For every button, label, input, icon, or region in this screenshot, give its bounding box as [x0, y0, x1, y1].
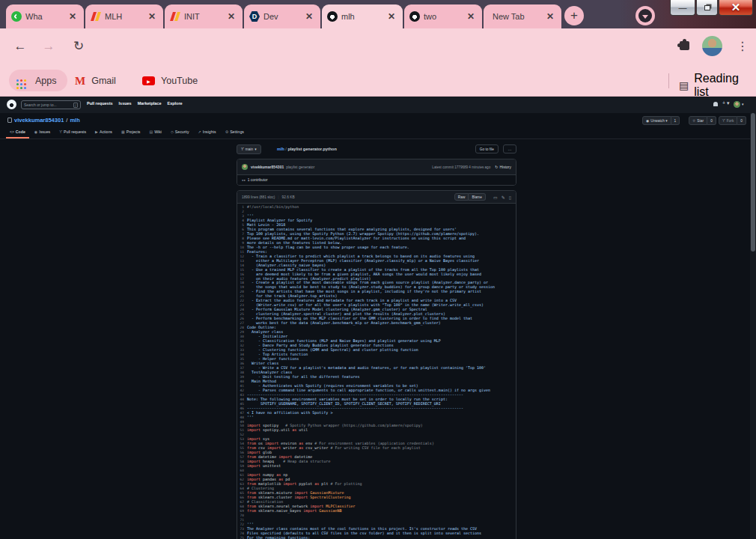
tab-strip: Wha ✕ MLH ✕ INIT ✕ D Dev ✕ mlh ✕ two ✕ N… — [0, 0, 756, 28]
repo-owner-link[interactable]: vivekkumar854301 — [14, 117, 64, 124]
back-button[interactable]: ← — [10, 37, 30, 56]
tab-mlh-repo-active[interactable]: mlh ✕ — [322, 4, 403, 28]
gh-nav-marketplace[interactable]: Marketplace — [138, 101, 162, 106]
extensions-icon[interactable] — [680, 41, 689, 50]
scrollbar-thumb[interactable] — [751, 113, 755, 252]
contributors-row[interactable]: ●● 1 contributor — [237, 175, 516, 185]
repo-tab-settings[interactable]: ⚙Settings — [222, 127, 248, 138]
people-icon: ●● — [242, 178, 246, 182]
latest-commit-row: vivekkumar854301 playlist generator Late… — [237, 159, 516, 175]
breadcrumb-separator: / — [66, 117, 67, 124]
tab-whatsapp[interactable]: Wha ✕ — [6, 4, 84, 28]
close-tab-icon[interactable]: ✕ — [146, 10, 158, 22]
repo-tab-projects[interactable]: ▦Projects — [118, 127, 144, 138]
apps-grid-icon — [16, 79, 19, 82]
contributors-count: 1 contributor — [248, 178, 268, 182]
tab-mlh-site[interactable]: MLH ✕ — [85, 4, 163, 28]
bookmark-label: Gmail — [91, 76, 116, 86]
bookmark-apps[interactable]: Apps — [9, 70, 67, 91]
tab-init[interactable]: INIT ✕ — [165, 4, 243, 28]
history-clock-icon: ↻ — [495, 165, 498, 169]
pull-requests-icon: ϒ — [59, 130, 62, 134]
star-icon: ☆ — [692, 119, 695, 123]
gh-nav-explore[interactable]: Explore — [167, 101, 182, 106]
gmail-icon: M — [75, 75, 85, 88]
display-icon[interactable]: ▭ — [493, 195, 498, 200]
repo-tab-code[interactable]: <>Code — [6, 127, 29, 138]
repo-name-link[interactable]: mlh — [70, 117, 79, 124]
notifications-bell-icon[interactable] — [713, 102, 718, 106]
fork-button[interactable]: ϒ Fork — [719, 116, 737, 125]
watch-count[interactable]: 1 — [671, 116, 680, 125]
github-search-input[interactable]: Search or jump to... / — [21, 100, 81, 109]
edit-pencil-icon[interactable]: ✎ — [502, 195, 505, 200]
file-breadcrumb: mlh / playlist generator.python — [277, 147, 337, 151]
gh-user-avatar[interactable] — [734, 101, 740, 108]
tab-two[interactable]: two ✕ — [404, 4, 482, 28]
browser-menu-icon[interactable]: ⋮ — [735, 37, 750, 56]
fork-icon: ϒ — [722, 119, 725, 123]
github-page: Search or jump to... / Pull requestsIssu… — [0, 97, 756, 539]
create-new-button[interactable]: + ▾ — [722, 100, 730, 106]
close-window-button[interactable]: ✕ — [719, 0, 753, 16]
close-tab-icon[interactable]: ✕ — [385, 10, 397, 22]
github-logo-icon[interactable] — [7, 100, 16, 109]
code-line: 75For the remaining functions: — [237, 536, 516, 539]
tab-dev[interactable]: D Dev ✕ — [244, 4, 320, 28]
bookmark-gmail[interactable]: M Gmail — [75, 72, 116, 90]
delete-trash-icon[interactable]: ▯ — [509, 195, 511, 200]
repo-tab-pull-requests[interactable]: ϒPull requests — [55, 127, 90, 138]
blob-header: 1899 lines (881 sloc) | 92.6 KB Raw Blam… — [237, 191, 516, 204]
file-nav-row: ϒ main ▾ mlh / playlist generator.python… — [237, 144, 516, 155]
repo-tab-security[interactable]: ◇Security — [167, 127, 193, 138]
close-tab-icon[interactable]: ✕ — [303, 10, 315, 22]
raw-button[interactable]: Raw — [454, 193, 469, 201]
chevron-down-icon: ▾ — [254, 147, 256, 151]
minimize-button[interactable]: — — [670, 0, 695, 16]
file-size: 92.6 KB — [282, 195, 295, 199]
more-options-button[interactable]: … — [503, 144, 516, 153]
chevron-down-icon — [638, 9, 652, 22]
history-link[interactable]: ↻ History — [495, 165, 511, 169]
reading-list-button[interactable]: ▤ Reading list — [679, 72, 756, 99]
tab-title: INIT — [184, 12, 222, 21]
commit-author-avatar[interactable] — [242, 164, 248, 170]
bookmark-label: YouTube — [161, 76, 198, 86]
blame-button[interactable]: Blame — [469, 193, 486, 201]
close-tab-icon[interactable]: ✕ — [465, 10, 477, 22]
maximize-button[interactable] — [696, 0, 718, 16]
breadcrumb-repo-link[interactable]: mlh — [277, 147, 284, 151]
repo-tab-issues[interactable]: ◉Issues — [31, 127, 54, 138]
page-scrollbar — [750, 97, 756, 539]
github-icon — [409, 11, 420, 22]
dev-icon: D — [249, 11, 260, 22]
branch-selector-button[interactable]: ϒ main ▾ — [237, 144, 261, 154]
tab-title: Wha — [25, 12, 63, 21]
close-tab-icon[interactable]: ✕ — [225, 10, 237, 22]
repo-tab-wiki[interactable]: ▤Wiki — [145, 127, 165, 138]
go-to-file-button[interactable]: Go to file — [475, 144, 499, 153]
browser-toolbar: ← → ↻ github.com/vivekkumar854301/mlh/bl… — [0, 28, 756, 64]
close-tab-icon[interactable]: ✕ — [67, 10, 79, 22]
forward-button[interactable]: → — [39, 37, 58, 56]
repo-tab-insights[interactable]: ↗Insights — [195, 127, 220, 138]
tab-search-button[interactable] — [635, 6, 655, 25]
close-tab-icon[interactable]: ✕ — [544, 10, 556, 22]
repo-tab-actions[interactable]: ▶Actions — [91, 127, 116, 138]
latest-commit-info[interactable]: Latest commit 1779689 4 minutes ago — [432, 165, 490, 169]
eye-icon: ◉ — [646, 119, 649, 123]
commit-author[interactable]: vivekkumar854301 — [251, 165, 284, 169]
tab-new-tab[interactable]: New Tab ✕ — [484, 4, 561, 28]
new-tab-button[interactable]: + — [564, 6, 584, 25]
gh-nav-pull-requests[interactable]: Pull requests — [87, 101, 113, 106]
profile-avatar[interactable] — [702, 36, 722, 56]
gh-nav-issues[interactable]: Issues — [119, 101, 132, 106]
maximize-icon — [704, 5, 710, 10]
unwatch-button[interactable]: ◉ Unwatch ▾ — [642, 116, 671, 125]
star-count[interactable]: 0 — [707, 116, 716, 125]
fork-count[interactable]: 0 — [737, 116, 746, 125]
bookmark-youtube[interactable]: ▶ YouTube — [142, 72, 198, 90]
commit-message[interactable]: playlist generator — [286, 165, 432, 169]
star-button[interactable]: ☆ Star — [689, 116, 707, 125]
reload-button[interactable]: ↻ — [69, 37, 88, 56]
